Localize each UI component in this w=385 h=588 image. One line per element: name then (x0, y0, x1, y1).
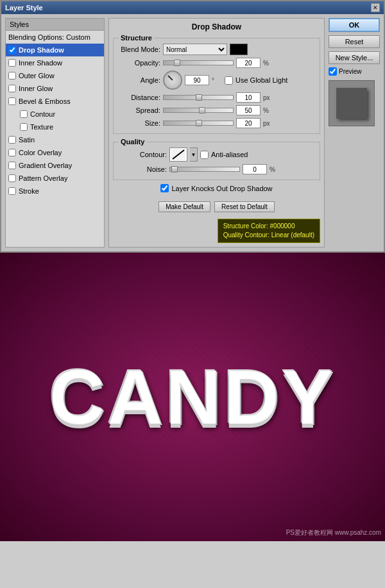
sidebar-item-inner-glow[interactable]: Inner Glow (6, 82, 104, 95)
distance-thumb[interactable] (196, 94, 202, 101)
sidebar-item-blending[interactable]: Blending Options: Custom (6, 31, 104, 44)
pattern-overlay-label: Pattern Overlay (19, 174, 67, 182)
opacity-unit: % (263, 60, 273, 67)
spread-thumb[interactable] (199, 107, 205, 113)
outer-glow-checkbox[interactable] (8, 72, 16, 80)
inner-glow-label: Inner Glow (19, 85, 53, 92)
preview-label: Preview (339, 68, 362, 75)
angle-degree: ° (212, 77, 222, 84)
sidebar-item-bevel-emboss[interactable]: Bevel & Emboss (6, 95, 104, 108)
sidebar-item-color-overlay[interactable]: Color Overlay (6, 146, 104, 159)
inner-glow-checkbox[interactable] (8, 85, 16, 92)
contour-icon (171, 149, 185, 160)
size-slider[interactable] (163, 121, 234, 126)
satin-checkbox[interactable] (8, 136, 16, 144)
sidebar-item-gradient-overlay[interactable]: Gradient Overlay (6, 159, 104, 172)
preview-checkbox[interactable] (329, 67, 337, 76)
size-row: Size: px (119, 118, 314, 128)
gradient-overlay-checkbox[interactable] (8, 162, 16, 169)
contour-preview[interactable] (169, 147, 187, 162)
distance-input[interactable] (236, 92, 261, 103)
texture-label: Texture (30, 123, 53, 131)
right-buttons: OK Reset New Style... Preview (329, 18, 380, 248)
contour-dropdown-button[interactable]: ▼ (190, 147, 198, 162)
sidebar-item-outer-glow[interactable]: Outer Glow (6, 69, 104, 82)
size-thumb[interactable] (196, 120, 202, 126)
size-label: Size: (119, 119, 160, 127)
drop-shadow-label: Drop Shadow (19, 46, 64, 54)
distance-label: Distance: (119, 94, 160, 101)
quality-legend: Quality (119, 138, 146, 146)
stroke-checkbox[interactable] (8, 187, 16, 195)
sidebar-item-stroke[interactable]: Stroke (6, 185, 104, 197)
outer-glow-label: Outer Glow (19, 72, 55, 80)
structure-section: Structure Blend Mode: Normal Multiply Sc… (113, 38, 320, 134)
noise-row: Noise: % (119, 164, 314, 174)
angle-hand (167, 75, 173, 80)
color-overlay-label: Color Overlay (19, 149, 62, 156)
opacity-input[interactable] (236, 58, 261, 68)
sidebar-item-texture[interactable]: Texture (6, 121, 104, 133)
reset-button[interactable]: Reset (329, 35, 380, 48)
dialog-body: Styles Blending Options: Custom Drop Sha… (1, 14, 384, 251)
center-panel: Drop Shadow Structure Blend Mode: Normal… (108, 18, 325, 248)
sidebar-item-drop-shadow[interactable]: Drop Shadow (6, 44, 104, 56)
angle-dial[interactable] (163, 71, 182, 90)
tooltip-box: Structure Color: #000000 Quality Contour… (218, 219, 320, 243)
sidebar-item-pattern-overlay[interactable]: Pattern Overlay (6, 172, 104, 185)
anti-alias-label: Anti-aliased (211, 151, 248, 158)
blending-label: Blending Options: Custom (8, 33, 90, 41)
spread-label: Spread: (119, 106, 160, 114)
inner-shadow-checkbox[interactable] (8, 59, 16, 67)
sidebar-styles-header[interactable]: Styles (6, 19, 104, 31)
distance-unit: px (263, 94, 273, 101)
distance-slider[interactable] (163, 95, 234, 100)
noise-slider[interactable] (169, 167, 240, 172)
sidebar-item-satin[interactable]: Satin (6, 133, 104, 146)
blend-mode-row: Blend Mode: Normal Multiply Screen (119, 44, 314, 55)
preview-label-row: Preview (329, 67, 380, 76)
contour-checkbox[interactable] (20, 110, 28, 118)
size-unit: px (263, 120, 273, 127)
layer-style-dialog: Layer Style ✕ Styles Blending Options: C… (0, 0, 385, 253)
blend-mode-select[interactable]: Normal Multiply Screen (163, 44, 227, 55)
color-overlay-checkbox[interactable] (8, 149, 16, 156)
angle-input[interactable] (185, 75, 209, 85)
reset-to-default-button[interactable]: Reset to Default (214, 201, 275, 212)
anti-alias-checkbox[interactable] (200, 151, 209, 159)
close-button[interactable]: ✕ (371, 3, 380, 12)
tooltip-line1: Structure Color: #000000 (223, 222, 314, 231)
new-style-button[interactable]: New Style... (329, 51, 380, 64)
make-default-button[interactable]: Make Default (158, 201, 210, 212)
candy-text: CANDY (49, 353, 336, 441)
sidebar-item-contour[interactable]: Contour (6, 108, 104, 121)
panel-main-title: Drop Shadow (113, 22, 320, 31)
size-input[interactable] (236, 118, 261, 128)
satin-label: Satin (19, 136, 35, 144)
opacity-label: Opacity: (119, 59, 160, 67)
ok-button[interactable]: OK (329, 18, 380, 32)
noise-unit: % (270, 166, 280, 173)
styles-label: Styles (10, 21, 29, 28)
bevel-emboss-checkbox[interactable] (8, 97, 16, 105)
preview-inner (336, 88, 367, 119)
noise-input[interactable] (243, 164, 267, 174)
drop-shadow-checkbox[interactable] (8, 46, 16, 54)
spread-input[interactable] (236, 105, 261, 115)
shadow-color-swatch[interactable] (230, 44, 248, 55)
global-light-checkbox[interactable] (225, 76, 233, 85)
layer-knocks-checkbox[interactable] (160, 184, 169, 192)
opacity-thumb[interactable] (174, 60, 180, 66)
opacity-row: Opacity: % (119, 58, 314, 68)
sidebar: Styles Blending Options: Custom Drop Sha… (5, 18, 105, 248)
opacity-slider[interactable] (163, 60, 234, 65)
texture-checkbox[interactable] (20, 123, 28, 131)
spread-slider[interactable] (163, 108, 234, 113)
spread-row: Spread: % (119, 105, 314, 115)
contour-row-label: Contour: (119, 151, 167, 158)
dialog-titlebar: Layer Style ✕ (1, 1, 384, 14)
pattern-overlay-checkbox[interactable] (8, 174, 16, 182)
quality-section: Quality Contour: ▼ Anti-aliased (113, 142, 320, 180)
noise-thumb[interactable] (171, 166, 178, 172)
sidebar-item-inner-shadow[interactable]: Inner Shadow (6, 56, 104, 69)
